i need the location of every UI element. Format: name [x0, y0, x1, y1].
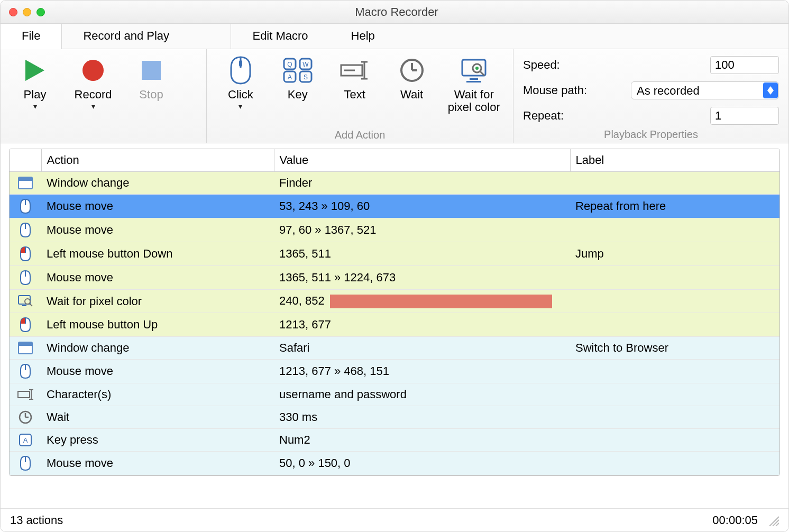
svg-text:A: A	[288, 74, 292, 81]
row-type-icon	[15, 199, 36, 214]
row-value: 1213, 677 » 468, 151	[274, 360, 570, 383]
row-action: Window change	[41, 172, 274, 195]
color-swatch	[330, 295, 552, 308]
wait-label: Wait	[400, 88, 423, 101]
table-row[interactable]: Left mouse button Up1213, 677	[10, 313, 779, 337]
status-actions-count: 13 actions	[10, 513, 63, 527]
playback-caption: Playback Properties	[523, 129, 779, 141]
table-row[interactable]: Left mouse button Down1365, 511Jump	[10, 242, 779, 266]
actions-table[interactable]: Action Value Label Window changeFinderMo…	[10, 149, 779, 475]
row-label	[570, 172, 779, 195]
key-label: Key	[288, 88, 308, 101]
play-label: Play	[24, 88, 47, 101]
text-button[interactable]: Text	[326, 52, 383, 129]
svg-rect-2	[142, 61, 161, 80]
row-value: Finder	[274, 172, 570, 195]
stop-label: Stop	[139, 88, 163, 101]
svg-text:S: S	[304, 74, 308, 81]
menu-help[interactable]: Help	[330, 24, 397, 49]
svg-line-38	[30, 304, 32, 306]
click-button[interactable]: Click ▾	[212, 52, 269, 129]
row-value: 1213, 677	[274, 313, 570, 337]
row-type-icon	[15, 456, 36, 471]
svg-rect-41	[19, 342, 32, 346]
col-value-header[interactable]: Value	[274, 149, 570, 172]
record-label: Record	[75, 88, 112, 101]
row-type-icon	[15, 342, 36, 354]
key-button[interactable]: Q W A S Key	[269, 52, 326, 129]
record-button[interactable]: Record ▾	[64, 52, 122, 129]
mouse-icon	[226, 56, 255, 85]
row-action: Left mouse button Down	[41, 242, 274, 266]
row-type-icon: A	[15, 433, 36, 447]
table-row[interactable]: Wait for pixel color240, 852	[10, 290, 779, 313]
resize-grip-icon[interactable]	[767, 515, 779, 526]
repeat-input[interactable]	[710, 107, 779, 125]
row-type-icon	[15, 177, 36, 189]
table-row[interactable]: Mouse move50, 0 » 150, 0	[10, 452, 779, 475]
table-row[interactable]: AKey pressNum2	[10, 429, 779, 452]
play-button[interactable]: Play ▾	[6, 52, 64, 129]
clock-icon	[397, 56, 427, 85]
row-value: 1365, 511	[274, 242, 570, 266]
row-label: Switch to Browser	[570, 337, 779, 360]
menu-file[interactable]: File	[1, 24, 62, 49]
svg-rect-43	[18, 391, 30, 398]
repeat-label: Repeat:	[523, 109, 613, 123]
row-action: Character(s)	[41, 383, 274, 406]
row-value: Num2	[274, 429, 570, 452]
wait-pixel-label: Wait for pixel color	[448, 88, 500, 114]
wait-button[interactable]: Wait	[383, 52, 441, 129]
speed-input[interactable]	[710, 56, 779, 74]
table-row[interactable]: Character(s)username and password	[10, 383, 779, 406]
row-action: Mouse move	[41, 266, 274, 290]
col-label-header[interactable]: Label	[570, 149, 779, 172]
row-label	[570, 313, 779, 337]
row-value: 53, 243 » 109, 60	[274, 195, 570, 218]
svg-rect-35	[19, 296, 30, 304]
group-caption-empty	[6, 129, 201, 141]
chevron-down-icon: ▾	[33, 102, 37, 111]
status-time: 00:00:05	[712, 513, 758, 527]
select-chevron-icon	[763, 82, 778, 98]
row-type-icon	[15, 270, 36, 285]
svg-text:Q: Q	[287, 61, 292, 68]
table-row[interactable]: Mouse move1213, 677 » 468, 151	[10, 360, 779, 383]
svg-marker-0	[25, 60, 44, 81]
pixel-search-icon	[459, 56, 489, 85]
svg-rect-30	[19, 177, 32, 181]
row-action: Mouse move	[41, 360, 274, 383]
stop-icon	[136, 56, 166, 85]
click-label: Click	[228, 88, 253, 101]
wait-pixel-button[interactable]: Wait for pixel color	[441, 52, 508, 129]
svg-point-37	[25, 299, 30, 304]
table-row[interactable]: Mouse move53, 243 » 109, 60Repeat from h…	[10, 195, 779, 218]
row-type-icon	[15, 364, 36, 379]
table-row[interactable]: Window changeSafariSwitch to Browser	[10, 337, 779, 360]
table-row[interactable]: Mouse move97, 60 » 1367, 521	[10, 218, 779, 242]
svg-point-1	[82, 60, 104, 81]
svg-line-54	[773, 520, 779, 526]
table-row[interactable]: Window changeFinder	[10, 172, 779, 195]
row-label	[570, 290, 779, 313]
col-action-header[interactable]: Action	[41, 149, 274, 172]
mouse-path-select[interactable]: As recorded	[631, 81, 779, 99]
col-icon-header[interactable]	[10, 149, 41, 172]
row-label	[570, 383, 779, 406]
row-type-icon	[15, 246, 36, 261]
chevron-down-icon: ▾	[238, 102, 242, 111]
row-type-icon	[15, 317, 36, 332]
svg-rect-22	[470, 78, 478, 80]
row-value: 240, 852	[274, 290, 570, 313]
row-action: Key press	[41, 429, 274, 452]
table-row[interactable]: Mouse move1365, 511 » 1224, 673	[10, 266, 779, 290]
row-label	[570, 266, 779, 290]
menu-edit-macro[interactable]: Edit Macro	[231, 24, 329, 49]
chevron-down-icon: ▾	[91, 102, 95, 111]
menu-record-and-play[interactable]: Record and Play	[62, 24, 231, 49]
svg-text:W: W	[302, 61, 309, 68]
row-type-icon	[15, 295, 36, 308]
table-row[interactable]: Wait330 ms	[10, 406, 779, 429]
stop-button[interactable]: Stop	[122, 52, 180, 129]
record-icon	[78, 56, 108, 85]
